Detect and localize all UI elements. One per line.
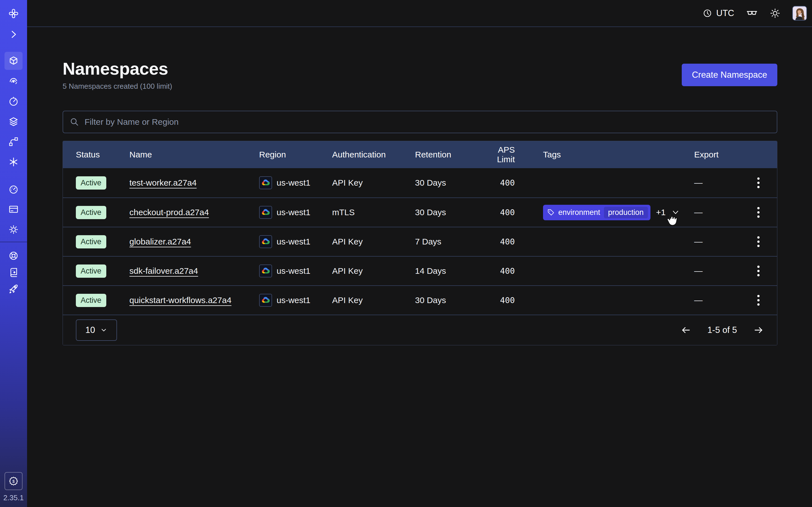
status-badge: Active <box>76 176 106 189</box>
auth-value: API Key <box>332 237 415 246</box>
tag-icon <box>547 209 555 216</box>
prev-page-button[interactable] <box>680 325 692 336</box>
status-badge: Active <box>76 265 106 278</box>
auth-value: mTLS <box>332 208 415 217</box>
namespace-link[interactable]: quickstart-workflows.a27a4 <box>130 295 232 305</box>
glasses-icon <box>746 7 758 19</box>
namespace-link[interactable]: test-worker.a27a4 <box>130 178 197 187</box>
col-header-name: Name <box>130 150 259 159</box>
sidebar-item-getting-started[interactable] <box>4 280 22 298</box>
table-row: Active globalizer.a27a4 us-west1 API Key… <box>63 227 777 256</box>
page-header: Namespaces 5 Namespaces created (100 lim… <box>63 59 777 91</box>
timezone-selector[interactable]: UTC <box>703 8 734 18</box>
gcp-icon <box>259 265 272 277</box>
cube-icon <box>8 55 19 66</box>
status-badge: Active <box>76 294 106 307</box>
sidebar-item-deployments[interactable] <box>4 113 22 131</box>
export-value: — <box>694 208 745 217</box>
retention-value: 30 Days <box>415 178 487 187</box>
card-icon <box>8 204 19 215</box>
sidebar-expand-button[interactable] <box>4 25 22 43</box>
sidebar-item-support[interactable] <box>4 247 22 265</box>
main-content: Namespaces 5 Namespaces created (100 lim… <box>27 27 812 345</box>
search-icon <box>69 117 80 127</box>
aps-limit-value: 400 <box>487 178 543 187</box>
namespace-link[interactable]: checkout-prod.a27a4 <box>130 208 209 217</box>
sidebar-item-observe[interactable] <box>4 72 22 90</box>
spiral-icon <box>8 75 19 87</box>
col-header-retention: Retention <box>415 150 487 159</box>
page-size-value: 10 <box>86 325 95 335</box>
sidebar-item-billing[interactable] <box>4 200 22 218</box>
sidebar-item-docs[interactable] <box>4 263 22 281</box>
row-menu-button[interactable] <box>755 175 762 190</box>
gauge-icon <box>8 184 19 195</box>
table-pagination: 10 1-5 of 5 <box>63 315 777 345</box>
aps-limit-value: 400 <box>487 295 543 305</box>
gcp-icon <box>259 206 272 219</box>
region-label: us-west1 <box>276 208 310 217</box>
retention-value: 30 Days <box>415 208 487 217</box>
tag-expand-button[interactable] <box>671 208 680 217</box>
tags-cell: environment production +1 <box>543 205 694 220</box>
tag-pill[interactable]: environment production <box>543 205 651 220</box>
aps-limit-value: 400 <box>487 237 543 246</box>
arrow-left-icon <box>680 325 692 336</box>
auth-value: API Key <box>332 178 415 187</box>
topbar: UTC <box>27 0 812 27</box>
sidebar-item-pricing[interactable]: $ <box>4 472 22 490</box>
sidebar-item-schedules[interactable] <box>4 93 22 110</box>
table-row: Active quickstart-workflows.a27a4 us-wes… <box>63 285 777 315</box>
sidebar-item-settings[interactable] <box>4 221 22 238</box>
row-menu-button[interactable] <box>755 234 762 249</box>
book-icon <box>8 267 19 278</box>
col-header-authentication: Authentication <box>332 150 415 159</box>
aps-limit-value: 400 <box>487 208 543 217</box>
asterisk-icon <box>8 156 19 168</box>
auth-value: API Key <box>332 295 415 305</box>
theme-toggle-button[interactable] <box>770 8 780 18</box>
branch-icon <box>8 136 19 147</box>
page-size-select[interactable]: 10 <box>76 320 117 341</box>
table-row: Active sdk-failover.a27a4 us-west1 API K… <box>63 256 777 285</box>
sidebar-item-integrations[interactable] <box>4 153 22 171</box>
filter-bar <box>63 111 777 133</box>
row-menu-button[interactable] <box>755 263 762 279</box>
next-page-button[interactable] <box>753 325 764 336</box>
namespace-link[interactable]: globalizer.a27a4 <box>130 237 191 246</box>
auth-value: API Key <box>332 266 415 276</box>
timezone-label: UTC <box>716 8 734 18</box>
layers-icon <box>8 116 19 127</box>
chevron-down-icon <box>100 327 107 334</box>
col-header-export: Export <box>694 150 745 159</box>
page-title: Namespaces <box>63 59 172 78</box>
table-header-row: Status Name Region Authentication Retent… <box>63 141 777 168</box>
sidebar-item-nexus[interactable] <box>4 133 22 151</box>
gcp-icon <box>259 176 272 189</box>
sun-icon <box>770 8 780 18</box>
region-label: us-west1 <box>276 178 310 187</box>
namespaces-table: Status Name Region Authentication Retent… <box>63 141 777 345</box>
money-badge-icon: $ <box>8 475 19 487</box>
aps-limit-value: 400 <box>487 266 543 276</box>
filter-input[interactable] <box>85 117 770 127</box>
table-row: Active checkout-prod.a27a4 us-west1 mTLS… <box>63 198 777 227</box>
timer-icon <box>8 96 19 107</box>
region-label: us-west1 <box>276 266 310 276</box>
sidebar-item-namespaces[interactable] <box>4 52 22 70</box>
namespace-link[interactable]: sdk-failover.a27a4 <box>130 266 198 276</box>
gcp-icon <box>259 294 272 307</box>
col-header-tags: Tags <box>543 150 694 159</box>
tag-more-count: +1 <box>656 208 666 217</box>
accessibility-button[interactable] <box>746 7 758 19</box>
row-menu-button[interactable] <box>755 205 762 220</box>
user-avatar[interactable] <box>792 6 807 20</box>
temporal-logo-icon[interactable] <box>4 4 22 22</box>
col-header-aps-limit: APS Limit <box>487 145 543 164</box>
row-menu-button[interactable] <box>755 293 762 308</box>
sidebar-item-usage[interactable] <box>4 180 22 199</box>
retention-value: 7 Days <box>415 237 487 246</box>
create-namespace-button[interactable]: Create Namespace <box>682 64 777 86</box>
col-header-region: Region <box>259 150 332 159</box>
arrow-right-icon <box>753 325 764 336</box>
